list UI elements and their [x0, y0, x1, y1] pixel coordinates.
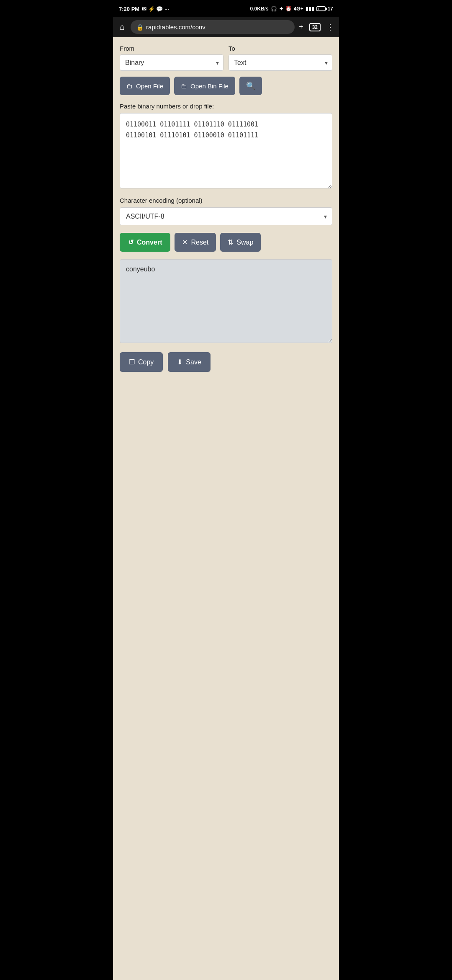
reset-button[interactable]: ✕ Reset [175, 233, 216, 252]
to-select-wrapper: Text Hex Decimal Octal Binary ▾ [229, 54, 332, 71]
battery-icon [316, 6, 326, 11]
copy-label: Copy [138, 358, 154, 366]
convert-icon: ↺ [128, 238, 134, 246]
convert-button[interactable]: ↺ Convert [120, 233, 170, 252]
swap-icon: ⇅ [228, 238, 233, 246]
open-bin-file-icon: 🗀 [181, 83, 187, 90]
copy-icon: ❐ [129, 358, 135, 366]
to-field-group: To Text Hex Decimal Octal Binary ▾ [229, 45, 332, 71]
encoding-select-wrapper: ASCII/UTF-8 UTF-16 ISO-8859-1 Windows-12… [120, 207, 332, 225]
input-label: Paste binary numbers or drop file: [120, 103, 332, 110]
reset-label: Reset [191, 239, 208, 246]
from-to-row: From Binary Hex Decimal Octal Text ▾ To … [120, 45, 332, 71]
swap-label: Swap [236, 239, 253, 246]
from-label: From [120, 45, 223, 52]
search-button[interactable]: 🔍 [239, 77, 262, 95]
open-file-button[interactable]: 🗀 Open File [120, 77, 170, 95]
convert-label: Convert [137, 239, 162, 246]
status-app-icons: ✉ ⚡ 💬 ··· [142, 6, 169, 12]
new-tab-button[interactable]: + [299, 23, 303, 31]
home-button[interactable]: ⌂ [118, 21, 126, 34]
status-time: 7:20 PM [119, 6, 139, 12]
file-buttons-row: 🗀 Open File 🗀 Open Bin File 🔍 [120, 77, 332, 95]
action-buttons-row: ↺ Convert ✕ Reset ⇅ Swap [120, 233, 332, 252]
network-speed: 0.0KB/s [250, 6, 269, 12]
from-field-group: From Binary Hex Decimal Octal Text ▾ [120, 45, 223, 71]
tab-count[interactable]: 32 [309, 23, 321, 31]
open-file-icon: 🗀 [126, 83, 133, 90]
bluetooth-icon: ✦ [279, 6, 283, 12]
from-select-wrapper: Binary Hex Decimal Octal Text ▾ [120, 54, 223, 71]
search-icon: 🔍 [246, 82, 255, 90]
address-bar[interactable]: 🔒 rapidtables.com/conv [131, 20, 295, 34]
swap-button[interactable]: ⇅ Swap [220, 233, 261, 252]
encoding-select[interactable]: ASCII/UTF-8 UTF-16 ISO-8859-1 Windows-12… [120, 208, 332, 225]
to-select[interactable]: Text Hex Decimal Octal Binary [229, 55, 332, 70]
from-select[interactable]: Binary Hex Decimal Octal Text [120, 55, 223, 70]
chrome-actions: + 32 ⋮ [299, 23, 334, 32]
open-file-label: Open File [136, 83, 163, 90]
binary-input[interactable]: 01100011 01101111 01101110 01111001 0110… [120, 113, 332, 188]
save-label: Save [186, 358, 201, 366]
encoding-label: Character encoding (optional) [120, 197, 332, 204]
open-bin-file-label: Open Bin File [190, 83, 229, 90]
copy-save-row: ❐ Copy ⬇ Save [120, 352, 332, 372]
battery-level: 17 [328, 6, 333, 12]
open-bin-file-button[interactable]: 🗀 Open Bin File [174, 77, 235, 95]
browser-chrome: ⌂ 🔒 rapidtables.com/conv + 32 ⋮ [113, 17, 339, 37]
reset-icon: ✕ [182, 238, 187, 246]
main-content: From Binary Hex Decimal Octal Text ▾ To … [113, 37, 339, 980]
copy-button[interactable]: ❐ Copy [120, 352, 163, 372]
menu-button[interactable]: ⋮ [326, 23, 334, 32]
save-icon: ⬇ [177, 358, 182, 366]
save-button[interactable]: ⬇ Save [168, 352, 210, 372]
output-textarea[interactable]: conyeubo [120, 259, 332, 343]
lock-icon: 🔒 [136, 24, 144, 31]
alarm-icon: ⏰ [285, 6, 292, 12]
headphone-icon: 🎧 [271, 6, 277, 12]
to-label: To [229, 45, 332, 52]
url-text: rapidtables.com/conv [146, 23, 205, 31]
signal-icon: ▮▮▮ [306, 6, 314, 12]
status-bar: 7:20 PM ✉ ⚡ 💬 ··· 0.0KB/s 🎧 ✦ ⏰ 4G+ ▮▮▮ … [113, 0, 339, 17]
network-type-icon: 4G+ [294, 6, 303, 12]
